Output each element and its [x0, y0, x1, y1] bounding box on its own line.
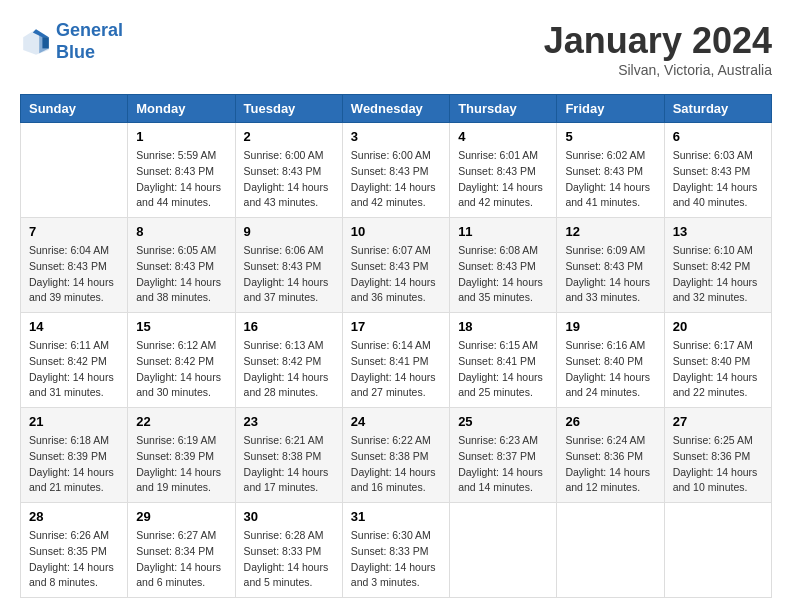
calendar-table: SundayMondayTuesdayWednesdayThursdayFrid… [20, 94, 772, 598]
cell-info: Sunrise: 6:28 AMSunset: 8:33 PMDaylight:… [244, 528, 334, 591]
calendar-cell: 5Sunrise: 6:02 AMSunset: 8:43 PMDaylight… [557, 123, 664, 218]
title-block: January 2024 Silvan, Victoria, Australia [544, 20, 772, 78]
date-number: 11 [458, 224, 548, 239]
cell-info: Sunrise: 6:30 AMSunset: 8:33 PMDaylight:… [351, 528, 441, 591]
cell-info: Sunrise: 6:14 AMSunset: 8:41 PMDaylight:… [351, 338, 441, 401]
calendar-cell [557, 503, 664, 598]
date-number: 13 [673, 224, 763, 239]
cell-info: Sunrise: 6:03 AMSunset: 8:43 PMDaylight:… [673, 148, 763, 211]
cell-info: Sunrise: 6:24 AMSunset: 8:36 PMDaylight:… [565, 433, 655, 496]
calendar-cell: 9Sunrise: 6:06 AMSunset: 8:43 PMDaylight… [235, 218, 342, 313]
logo-icon [20, 26, 52, 58]
calendar-cell: 7Sunrise: 6:04 AMSunset: 8:43 PMDaylight… [21, 218, 128, 313]
cell-info: Sunrise: 6:22 AMSunset: 8:38 PMDaylight:… [351, 433, 441, 496]
date-number: 7 [29, 224, 119, 239]
date-number: 5 [565, 129, 655, 144]
date-number: 21 [29, 414, 119, 429]
main-title: January 2024 [544, 20, 772, 62]
date-number: 30 [244, 509, 334, 524]
header-day-saturday: Saturday [664, 95, 771, 123]
calendar-cell: 21Sunrise: 6:18 AMSunset: 8:39 PMDayligh… [21, 408, 128, 503]
cell-info: Sunrise: 6:04 AMSunset: 8:43 PMDaylight:… [29, 243, 119, 306]
cell-info: Sunrise: 6:27 AMSunset: 8:34 PMDaylight:… [136, 528, 226, 591]
calendar-cell: 25Sunrise: 6:23 AMSunset: 8:37 PMDayligh… [450, 408, 557, 503]
date-number: 1 [136, 129, 226, 144]
cell-info: Sunrise: 6:23 AMSunset: 8:37 PMDaylight:… [458, 433, 548, 496]
week-row-4: 21Sunrise: 6:18 AMSunset: 8:39 PMDayligh… [21, 408, 772, 503]
header-day-thursday: Thursday [450, 95, 557, 123]
date-number: 4 [458, 129, 548, 144]
logo-text: General Blue [56, 20, 123, 63]
cell-info: Sunrise: 6:06 AMSunset: 8:43 PMDaylight:… [244, 243, 334, 306]
date-number: 10 [351, 224, 441, 239]
date-number: 18 [458, 319, 548, 334]
cell-info: Sunrise: 6:08 AMSunset: 8:43 PMDaylight:… [458, 243, 548, 306]
calendar-cell: 19Sunrise: 6:16 AMSunset: 8:40 PMDayligh… [557, 313, 664, 408]
cell-info: Sunrise: 6:00 AMSunset: 8:43 PMDaylight:… [351, 148, 441, 211]
date-number: 12 [565, 224, 655, 239]
date-number: 2 [244, 129, 334, 144]
date-number: 15 [136, 319, 226, 334]
cell-info: Sunrise: 6:11 AMSunset: 8:42 PMDaylight:… [29, 338, 119, 401]
date-number: 9 [244, 224, 334, 239]
calendar-cell: 20Sunrise: 6:17 AMSunset: 8:40 PMDayligh… [664, 313, 771, 408]
date-number: 6 [673, 129, 763, 144]
cell-info: Sunrise: 6:21 AMSunset: 8:38 PMDaylight:… [244, 433, 334, 496]
date-number: 20 [673, 319, 763, 334]
week-row-3: 14Sunrise: 6:11 AMSunset: 8:42 PMDayligh… [21, 313, 772, 408]
header-day-monday: Monday [128, 95, 235, 123]
date-number: 31 [351, 509, 441, 524]
cell-info: Sunrise: 6:05 AMSunset: 8:43 PMDaylight:… [136, 243, 226, 306]
date-number: 19 [565, 319, 655, 334]
calendar-cell [664, 503, 771, 598]
calendar-cell: 3Sunrise: 6:00 AMSunset: 8:43 PMDaylight… [342, 123, 449, 218]
calendar-cell: 2Sunrise: 6:00 AMSunset: 8:43 PMDaylight… [235, 123, 342, 218]
logo: General Blue [20, 20, 123, 63]
calendar-cell: 4Sunrise: 6:01 AMSunset: 8:43 PMDaylight… [450, 123, 557, 218]
calendar-cell: 22Sunrise: 6:19 AMSunset: 8:39 PMDayligh… [128, 408, 235, 503]
svg-marker-3 [42, 37, 48, 48]
cell-info: Sunrise: 6:19 AMSunset: 8:39 PMDaylight:… [136, 433, 226, 496]
calendar-cell: 1Sunrise: 5:59 AMSunset: 8:43 PMDaylight… [128, 123, 235, 218]
calendar-cell: 12Sunrise: 6:09 AMSunset: 8:43 PMDayligh… [557, 218, 664, 313]
calendar-cell: 29Sunrise: 6:27 AMSunset: 8:34 PMDayligh… [128, 503, 235, 598]
cell-info: Sunrise: 6:00 AMSunset: 8:43 PMDaylight:… [244, 148, 334, 211]
logo-blue: Blue [56, 42, 95, 62]
cell-info: Sunrise: 6:12 AMSunset: 8:42 PMDaylight:… [136, 338, 226, 401]
cell-info: Sunrise: 6:13 AMSunset: 8:42 PMDaylight:… [244, 338, 334, 401]
calendar-cell: 15Sunrise: 6:12 AMSunset: 8:42 PMDayligh… [128, 313, 235, 408]
calendar-cell: 27Sunrise: 6:25 AMSunset: 8:36 PMDayligh… [664, 408, 771, 503]
date-number: 27 [673, 414, 763, 429]
calendar-cell [450, 503, 557, 598]
calendar-cell: 16Sunrise: 6:13 AMSunset: 8:42 PMDayligh… [235, 313, 342, 408]
subtitle: Silvan, Victoria, Australia [544, 62, 772, 78]
calendar-header: SundayMondayTuesdayWednesdayThursdayFrid… [21, 95, 772, 123]
calendar-cell [21, 123, 128, 218]
week-row-5: 28Sunrise: 6:26 AMSunset: 8:35 PMDayligh… [21, 503, 772, 598]
date-number: 3 [351, 129, 441, 144]
calendar-cell: 31Sunrise: 6:30 AMSunset: 8:33 PMDayligh… [342, 503, 449, 598]
page-header: General Blue January 2024 Silvan, Victor… [20, 20, 772, 78]
header-day-sunday: Sunday [21, 95, 128, 123]
header-day-tuesday: Tuesday [235, 95, 342, 123]
calendar-cell: 24Sunrise: 6:22 AMSunset: 8:38 PMDayligh… [342, 408, 449, 503]
date-number: 28 [29, 509, 119, 524]
calendar-cell: 6Sunrise: 6:03 AMSunset: 8:43 PMDaylight… [664, 123, 771, 218]
date-number: 23 [244, 414, 334, 429]
date-number: 26 [565, 414, 655, 429]
calendar-cell: 13Sunrise: 6:10 AMSunset: 8:42 PMDayligh… [664, 218, 771, 313]
date-number: 22 [136, 414, 226, 429]
logo-general: General [56, 20, 123, 40]
cell-info: Sunrise: 6:17 AMSunset: 8:40 PMDaylight:… [673, 338, 763, 401]
calendar-cell: 14Sunrise: 6:11 AMSunset: 8:42 PMDayligh… [21, 313, 128, 408]
calendar-cell: 23Sunrise: 6:21 AMSunset: 8:38 PMDayligh… [235, 408, 342, 503]
header-day-friday: Friday [557, 95, 664, 123]
header-day-wednesday: Wednesday [342, 95, 449, 123]
cell-info: Sunrise: 6:15 AMSunset: 8:41 PMDaylight:… [458, 338, 548, 401]
cell-info: Sunrise: 6:02 AMSunset: 8:43 PMDaylight:… [565, 148, 655, 211]
cell-info: Sunrise: 6:10 AMSunset: 8:42 PMDaylight:… [673, 243, 763, 306]
calendar-cell: 28Sunrise: 6:26 AMSunset: 8:35 PMDayligh… [21, 503, 128, 598]
cell-info: Sunrise: 6:01 AMSunset: 8:43 PMDaylight:… [458, 148, 548, 211]
calendar-cell: 11Sunrise: 6:08 AMSunset: 8:43 PMDayligh… [450, 218, 557, 313]
date-number: 16 [244, 319, 334, 334]
